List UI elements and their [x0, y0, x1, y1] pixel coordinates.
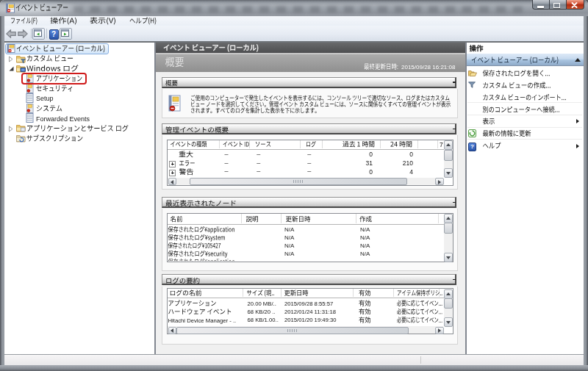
svg-text:–: – — [307, 151, 311, 158]
svg-text:N/A: N/A — [284, 242, 295, 249]
svg-text:68 KB/20 ..: 68 KB/20 .. — [248, 309, 276, 315]
svg-text:N/A: N/A — [360, 242, 370, 249]
svg-text:0: 0 — [369, 168, 373, 176]
svg-text:–: – — [257, 159, 260, 167]
svg-text:–: – — [307, 159, 311, 167]
svg-text:–: – — [257, 168, 260, 175]
svg-text:2012/01/24 11:31:18: 2012/01/24 11:31:18 — [284, 309, 336, 315]
svg-text:–: – — [225, 151, 229, 158]
svg-text:Forwarded Events: Forwarded Events — [36, 115, 90, 123]
svg-text:7: 7 — [440, 141, 443, 148]
svg-text:Hitachi Device Manager - ..: Hitachi Device Manager - .. — [168, 317, 237, 324]
svg-text:0: 0 — [369, 151, 373, 158]
svg-text:N/A: N/A — [284, 251, 295, 257]
svg-text:–: – — [307, 168, 311, 175]
svg-text:31: 31 — [366, 159, 373, 167]
svg-text:68 KB/1.00..: 68 KB/1.00.. — [248, 317, 279, 323]
svg-text:N/A: N/A — [360, 226, 370, 233]
svg-text:210: 210 — [403, 159, 413, 167]
svg-text:2015/01/20 19:49:30: 2015/01/20 19:49:30 — [284, 317, 337, 323]
svg-text:Setup: Setup — [36, 95, 54, 102]
svg-text:N/A: N/A — [360, 234, 370, 241]
svg-text:2015/09/28 8:55:57: 2015/09/28 8:55:57 — [284, 300, 333, 307]
svg-text:N/A: N/A — [284, 226, 295, 233]
svg-text:–: – — [225, 159, 229, 167]
svg-text:–: – — [257, 151, 260, 158]
svg-text:2015/09/28 16:21:08: 2015/09/28 16:21:08 — [401, 64, 456, 71]
svg-text:N/A: N/A — [360, 251, 370, 257]
svg-text:N/A: N/A — [284, 234, 295, 241]
svg-text:0: 0 — [409, 151, 413, 158]
svg-text:20.00 MB/..: 20.00 MB/.. — [248, 300, 276, 307]
svg-text:4: 4 — [409, 168, 413, 176]
svg-text:–: – — [225, 168, 229, 175]
